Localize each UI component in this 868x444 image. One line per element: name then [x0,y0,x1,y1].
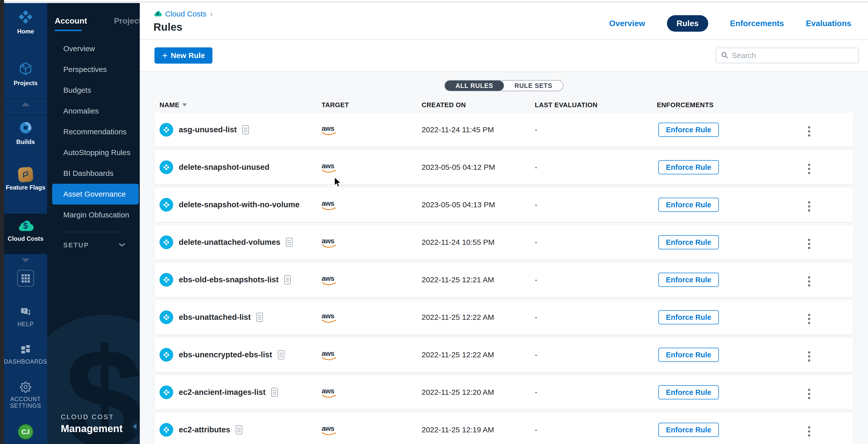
rule-doc-icon[interactable] [242,125,249,134]
sidebar-item-bi-dashboards[interactable]: BI Dashboards [47,163,140,184]
enforce-rule-button[interactable]: Enforce Rule [658,310,719,324]
rule-icon [159,123,173,137]
main-content: $ Cloud Costs › Rules Overview Rules Enf… [140,3,868,444]
enforce-rule-button[interactable]: Enforce Rule [658,385,719,399]
new-rule-button[interactable]: + New Rule [154,48,212,64]
kebab-menu-icon[interactable] [806,275,812,288]
tab-evaluations[interactable]: Evaluations [806,19,851,28]
rule-name[interactable]: ec2-attributes [179,425,230,434]
search-box[interactable] [716,48,859,63]
rail-item-account-settings[interactable]: ACCOUNT SETTINGS [4,381,47,409]
column-header-name[interactable]: NAME [159,101,321,109]
rule-name[interactable]: delete-unattached-volumes [179,238,280,247]
rail-item-projects[interactable]: Projects [4,61,47,87]
sidebar-item-autostopping-rules[interactable]: AutoStopping Rules [47,142,140,163]
rail-item-help[interactable]: ? HELP [4,307,47,327]
tab-enforcements[interactable]: Enforcements [730,19,784,28]
kebab-menu-icon[interactable] [806,387,812,401]
search-input[interactable] [732,51,854,60]
table-row[interactable]: ebs-old-ebs-snapshots-list aws 2022-11-2… [154,263,853,297]
window-left-edge [0,0,4,444]
table-row[interactable]: ebs-unencrypted-ebs-list aws 2022-11-25 … [154,337,853,372]
enforce-rule-button[interactable]: Enforce Rule [658,348,719,362]
kebab-menu-icon[interactable] [806,425,812,438]
table-row[interactable]: delete-snapshot-with-no-volume aws 2023-… [154,187,853,222]
rule-doc-icon[interactable] [278,350,284,359]
sidebar-item-perspectives[interactable]: Perspectives [47,59,140,80]
tab-rules[interactable]: Rules [667,15,708,32]
created-on-value: 2022-11-25 12:22 AM [422,313,535,322]
feature-flags-icon [18,167,33,182]
rail-item-cloud-costs[interactable]: $ Cloud Costs [4,218,47,242]
rule-name[interactable]: ebs-unattached-list [179,313,251,322]
aws-logo-icon: aws [321,200,337,211]
rule-name[interactable]: delete-snapshot-unused [179,163,270,172]
enforce-rule-button[interactable]: Enforce Rule [658,423,719,437]
sidebar-item-asset-governance[interactable]: Asset Governance [52,184,139,205]
enforce-rule-button[interactable]: Enforce Rule [658,198,719,212]
rail-scroll-down[interactable] [4,259,47,262]
rule-name[interactable]: ec2-ancient-images-list [179,388,266,397]
rail-item-home[interactable]: Home [4,9,47,35]
tab-account[interactable]: Account [55,16,87,31]
enforce-rule-button[interactable]: Enforce Rule [658,235,719,249]
setup-section-toggle[interactable]: SETUP [47,241,140,249]
user-avatar[interactable]: CJ [18,424,33,439]
chevron-left-icon [133,424,136,429]
tab-overview[interactable]: Overview [609,19,645,28]
rule-name[interactable]: ebs-old-ebs-snapshots-list [179,275,279,284]
cloud-costs-icon: $ [17,218,34,233]
sidebar-item-recommendations[interactable]: Recommendations [47,121,140,142]
kebab-menu-icon[interactable] [806,312,812,326]
created-on-value: 2023-05-05 04:12 PM [422,163,535,172]
table-row[interactable]: ebs-unattached-list aws 2022-11-25 12:22… [154,300,853,334]
enforce-rule-button[interactable]: Enforce Rule [658,123,719,137]
enforce-rule-button[interactable]: Enforce Rule [658,160,719,174]
kebab-menu-icon[interactable] [806,162,812,176]
table-row[interactable]: ec2-attributes aws 2022-11-25 12:19 AM -… [154,413,853,444]
sidebar-menu: Overview Perspectives Budgets Anomalies … [47,38,140,225]
kebab-menu-icon[interactable] [806,125,812,138]
breadcrumb-cloud-costs-link[interactable]: Cloud Costs [165,10,206,18]
rail-item-dashboards[interactable]: DASHBOARDS [4,345,47,365]
sidebar-item-overview[interactable]: Overview [47,38,140,59]
toolbar: + New Rule [140,40,868,72]
rule-doc-icon[interactable] [284,275,291,284]
table-row[interactable]: asg-unused-list aws 2022-11-24 11:45 PM … [154,113,853,147]
rule-doc-icon[interactable] [286,238,292,247]
rail-scroll-up[interactable] [4,102,47,106]
kebab-menu-icon[interactable] [806,200,812,213]
table-row[interactable]: delete-snapshot-unused aws 2023-05-05 04… [154,150,853,184]
last-evaluation-value: - [535,425,657,434]
rail-item-feature-flags[interactable]: Feature Flags [4,167,47,191]
rail-item-builds[interactable]: Builds [4,120,47,145]
last-evaluation-value: - [535,313,657,322]
tab-project[interactable]: Project [114,16,140,31]
created-on-value: 2022-11-25 12:19 AM [422,425,535,434]
rule-doc-icon[interactable] [236,425,242,434]
column-header-enforcements: ENFORCEMENTS [657,101,806,109]
rule-doc-icon[interactable] [271,388,278,397]
rule-name[interactable]: asg-unused-list [179,125,237,134]
last-evaluation-value: - [535,275,657,284]
rule-name[interactable]: delete-snapshot-with-no-volume [179,200,300,209]
sidebar-item-margin-obfuscation[interactable]: Margin Obfuscation [47,205,140,225]
kebab-menu-icon[interactable] [806,350,812,363]
sidebar-item-budgets[interactable]: Budgets [47,80,140,100]
toggle-all-rules[interactable]: ALL RULES [445,81,504,91]
toggle-rule-sets[interactable]: RULE SETS [504,81,563,91]
table-row[interactable]: delete-unattached-volumes aws 2022-11-24… [154,225,853,260]
rule-doc-icon[interactable] [256,313,263,322]
table-row[interactable]: ec2-ancient-images-list aws 2022-11-25 1… [154,375,853,410]
enforce-rule-button[interactable]: Enforce Rule [658,273,719,287]
rule-icon [159,198,173,212]
module-picker-button[interactable] [17,270,34,287]
kebab-menu-icon[interactable] [806,237,812,250]
created-on-value: 2023-05-05 04:13 PM [422,201,535,209]
created-on-value: 2022-11-25 12:20 AM [422,388,535,396]
sidebar-item-anomalies[interactable]: Anomalies [47,100,140,121]
rail-divider [4,115,47,116]
page-header: $ Cloud Costs › Rules Overview Rules Enf… [140,3,868,40]
rules-list-section: ALL RULES RULE SETS NAME TARGET CREATED … [140,72,868,444]
rule-name[interactable]: ebs-unencrypted-ebs-list [179,350,272,359]
